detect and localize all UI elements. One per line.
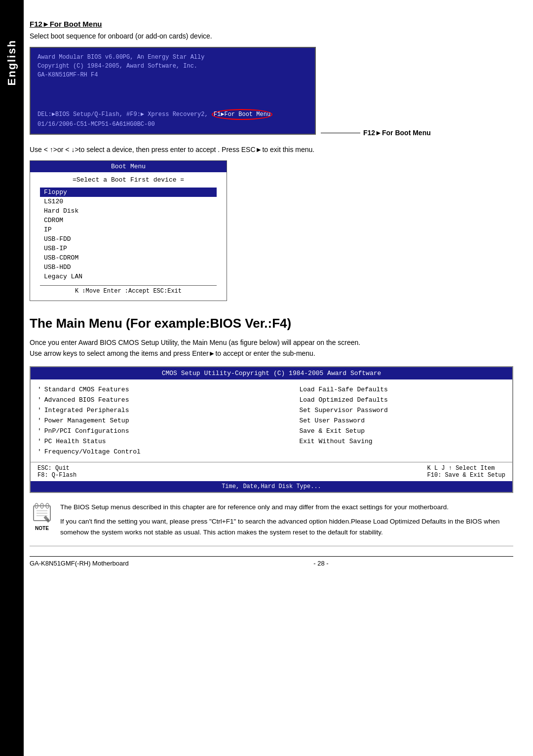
- note-text-block: The BIOS Setup menus described in this c…: [60, 502, 513, 538]
- cmos-item-userpass: Set User Password: [299, 416, 505, 426]
- footer-center: - 28 -: [313, 560, 328, 567]
- boot-menu-item-legacylan[interactable]: Legacy LAN: [40, 272, 217, 281]
- boot-menu-select-text: =Select a Boot First device =: [40, 176, 217, 184]
- boot-menu-item-usbfdd[interactable]: USB-FDD: [40, 234, 217, 244]
- bios-line3: GA-K8N51GMF-RH F4: [38, 71, 308, 79]
- sidebar-label: English: [5, 39, 18, 85]
- bios-f1-highlight: F1►For Boot Menu: [212, 109, 272, 120]
- note-text1: The BIOS Setup menus described in this c…: [60, 502, 513, 513]
- bios-date-line: 01/16/2006-C51-MCP51-6A61HG0BC-00: [38, 120, 308, 129]
- footer-divider: [30, 546, 513, 546]
- boot-menu-title: Boot Menu: [30, 161, 227, 172]
- bios-line1: Award Modular BIOS v6.00PG, An Energy St…: [38, 53, 308, 62]
- boot-menu-item-floppy[interactable]: Floppy: [40, 188, 217, 197]
- boot-menu-footer: K ↕Move Enter :Accept ESC:Exit: [40, 285, 217, 297]
- cmos-item-advanced: ' Advanced BIOS Features: [38, 395, 289, 405]
- f12-arrow-label: F12►For Boot Menu: [363, 129, 431, 137]
- boot-menu-body: =Select a Boot First device = Floppy LS1…: [30, 172, 227, 301]
- cmos-item-optimized: Load Optimized Defaults: [299, 395, 505, 405]
- boot-menu-item-harddisk[interactable]: Hard Disk: [40, 206, 217, 216]
- cmos-item-frequency: ' Frequency/Voltage Control: [38, 447, 289, 457]
- cmos-item-exitnosave: Exit Without Saving: [299, 436, 505, 447]
- f12-subtitle: Select boot sequence for onboard (or add…: [30, 32, 513, 40]
- cmos-item-supervisor: Set Supervisor Password: [299, 405, 505, 416]
- cmos-item-saveexit: Save & Exit Setup: [299, 426, 505, 436]
- cmos-item-pchealth: ' PC Health Status: [38, 436, 289, 447]
- main-section-title: The Main Menu (For example:BIOS Ver.:F4): [30, 316, 513, 331]
- main-desc1: Once you enter Award BIOS CMOS Setup Uti…: [30, 337, 513, 359]
- note-label: NOTE: [35, 526, 49, 531]
- cmos-save-exit: F10: Save & Exit Setup: [427, 472, 505, 479]
- note-icon: NOTE: [30, 502, 54, 531]
- cmos-footer-right: K L J ↑ Select Item F10: Save & Exit Set…: [427, 465, 505, 479]
- cmos-item-standard: ' Standard CMOS Features: [38, 384, 289, 395]
- page-footer: GA-K8N51GMF(-RH) Motherboard - 28 -: [30, 556, 513, 567]
- note-text2: If you can't find the setting you want, …: [60, 516, 513, 537]
- cmos-f8-qflash: F8: Q-Flash: [38, 472, 76, 479]
- bios-bottom-bar: DEL:►BIOS Setup/Q-Flash, #F9:► Xpress Re…: [38, 111, 212, 118]
- cmos-body: ' Standard CMOS Features ' Advanced BIOS…: [31, 379, 512, 462]
- cmos-title: CMOS Setup Utility-Copyright (C) 1984-20…: [31, 367, 512, 379]
- cmos-item-power: ' Power Management Setup: [38, 416, 289, 426]
- cmos-left-column: ' Standard CMOS Features ' Advanced BIOS…: [38, 384, 289, 457]
- sidebar: English: [0, 0, 24, 756]
- boot-menu-item-ls120[interactable]: LS120: [40, 197, 217, 206]
- footer-left: GA-K8N51GMF(-RH) Motherboard: [30, 560, 129, 567]
- boot-menu-item-usbip[interactable]: USB-IP: [40, 244, 217, 253]
- svg-rect-7: [43, 515, 50, 523]
- cmos-right-column: Load Fail-Safe Defaults Load Optimized D…: [299, 384, 505, 457]
- cmos-item-failsafe: Load Fail-Safe Defaults: [299, 384, 505, 395]
- note-svg-icon: [31, 502, 53, 525]
- cmos-footer-left: ESC: Quit F8: Q-Flash: [38, 465, 76, 479]
- boot-menu-box: Boot Menu =Select a Boot First device = …: [30, 160, 227, 301]
- cmos-select-item: K L J ↑ Select Item: [427, 465, 505, 472]
- cmos-footer: ESC: Quit F8: Q-Flash K L J ↑ Select Ite…: [31, 462, 512, 481]
- note-section: NOTE The BIOS Setup menus described in t…: [30, 502, 513, 538]
- use-text: Use < ↑>or < ↓>to select a device, then …: [30, 146, 513, 153]
- cmos-item-integrated: ' Integrated Peripherals: [38, 405, 289, 416]
- cmos-status-bar: Time, Date,Hard Disk Type...: [31, 481, 512, 492]
- bios-line2: Copyright (C) 1984-2005, Award Software,…: [38, 62, 308, 71]
- cmos-setup-box: CMOS Setup Utility-Copyright (C) 1984-20…: [30, 366, 513, 493]
- boot-menu-item-usbhdd[interactable]: USB-HDD: [40, 263, 217, 272]
- f12-heading: F12►For Boot Menu: [30, 20, 513, 28]
- cmos-item-pnppci: ' PnP/PCI Configurations: [38, 426, 289, 436]
- bios-screen-image: Award Modular BIOS v6.00PG, An Energy St…: [30, 47, 316, 135]
- boot-menu-item-cdrom[interactable]: CDROM: [40, 216, 217, 225]
- boot-menu-item-usbcdrom[interactable]: USB-CDROM: [40, 253, 217, 263]
- boot-menu-item-ip[interactable]: IP: [40, 225, 217, 234]
- cmos-esc-quit: ESC: Quit: [38, 465, 76, 472]
